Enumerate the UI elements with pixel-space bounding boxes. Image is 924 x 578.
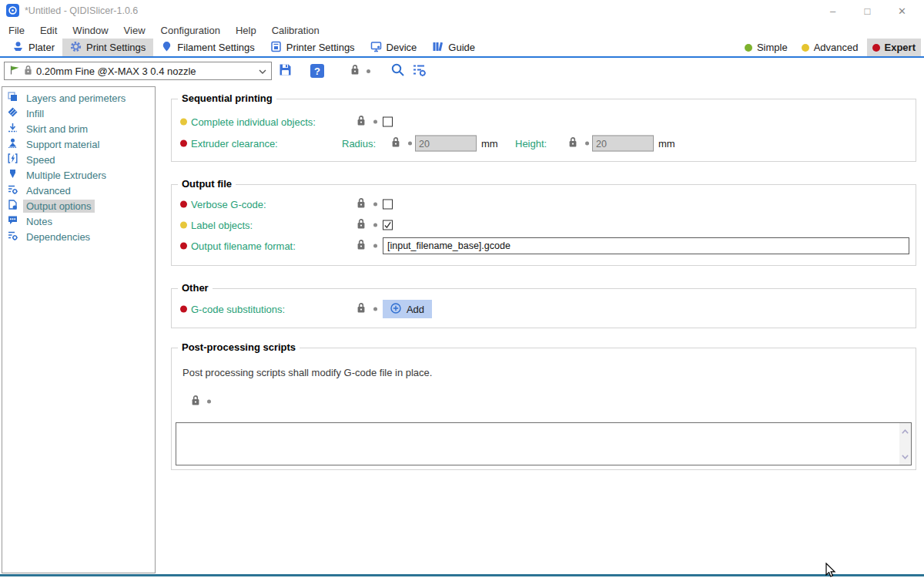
mode-simple[interactable]: Simple — [739, 39, 793, 56]
close-button[interactable]: ✕ — [885, 5, 919, 17]
row-extruder-clearance: Extruder clearance: Radius: mm Height: m… — [172, 135, 916, 152]
radius-input[interactable] — [415, 136, 477, 152]
sidebar-item-dependencies[interactable]: Dependencies — [2, 229, 155, 244]
row-verbose-gcode: Verbose G-code: — [172, 196, 916, 213]
group-output-file: Output file Verbose G-code: Label object… — [171, 184, 916, 266]
lock-icon — [357, 115, 366, 129]
save-preset-button[interactable] — [276, 62, 293, 79]
group-title: Other — [178, 282, 213, 294]
lock-icon — [350, 64, 360, 78]
bullet-icon — [180, 201, 187, 208]
menu-help[interactable]: Help — [233, 23, 259, 38]
sidebar-item-advanced[interactable]: Advanced — [2, 183, 155, 198]
help-icon: ? — [310, 64, 324, 78]
scroll-down-icon[interactable] — [901, 451, 909, 462]
group-title: Sequential printing — [178, 92, 276, 104]
tab-printer-settings[interactable]: Printer Settings — [263, 39, 363, 56]
dot-icon — [373, 120, 377, 124]
chevron-down-icon — [259, 66, 266, 77]
printer-icon — [270, 41, 282, 55]
tab-plater[interactable]: Plater — [5, 39, 62, 56]
preset-dropdown[interactable]: 0.20mm Fine @X-MAX 3 0.4 nozzle — [4, 62, 272, 80]
maximize-button[interactable]: □ — [850, 5, 885, 17]
support-material-icon — [8, 138, 18, 150]
dot-icon — [373, 307, 377, 311]
sidebar-item-output-options[interactable]: Output options — [2, 198, 155, 213]
menu-edit[interactable]: Edit — [38, 23, 59, 38]
menu-configuration[interactable]: Configuration — [159, 23, 223, 38]
app-logo-icon — [6, 4, 19, 17]
dot-icon — [585, 142, 589, 146]
settings-search-button[interactable] — [410, 62, 427, 79]
menu-calibration[interactable]: Calibration — [270, 23, 322, 38]
settings-search-icon — [412, 62, 427, 79]
lock-icon — [357, 197, 366, 211]
title-bar: *Untitled - QIDISlicer-1.0.6 – □ ✕ — [0, 0, 924, 22]
preset-name: 0.20mm Fine @X-MAX 3 0.4 nozzle — [36, 66, 255, 77]
tab-print-settings[interactable]: Print Settings — [62, 39, 153, 56]
device-icon — [370, 41, 382, 55]
menu-file[interactable]: File — [6, 23, 27, 38]
sidebar-item-multiple-extruders[interactable]: Multiple Extruders — [2, 167, 155, 183]
preset-flag-icon — [9, 65, 20, 78]
scrollbar[interactable] — [899, 423, 911, 465]
filament-icon — [161, 41, 172, 55]
guide-icon — [432, 41, 444, 55]
help-button[interactable]: ? — [309, 62, 326, 79]
expert-dot-icon — [872, 44, 880, 52]
window-bottom-edge — [0, 574, 924, 576]
post-processing-scripts-field — [176, 422, 912, 465]
gear-icon — [70, 41, 82, 55]
tab-device[interactable]: Device — [363, 39, 425, 56]
tab-underline — [0, 56, 924, 58]
row-label-objects: Label objects: — [172, 217, 916, 234]
preset-lock-indicator — [346, 62, 374, 79]
group-post-processing: Post-processing scripts Post processing … — [171, 348, 916, 470]
layers-icon — [8, 92, 18, 104]
menu-view[interactable]: View — [122, 23, 148, 38]
tab-filament-settings[interactable]: Filament Settings — [153, 39, 262, 56]
preset-lock-icon — [24, 65, 32, 78]
row-post-processing-description: Post processing scripts shall modify G-c… — [172, 364, 916, 381]
mode-switcher: Simple Advanced Expert — [739, 39, 921, 56]
speed-icon — [8, 153, 18, 166]
extruder-icon — [8, 169, 18, 181]
bullet-icon — [180, 243, 187, 250]
sidebar-item-support[interactable]: Support material — [2, 136, 155, 152]
advanced-dot-icon — [802, 44, 809, 52]
output-options-icon — [8, 200, 18, 212]
complete-individual-objects-checkbox[interactable] — [383, 117, 393, 127]
sidebar-item-infill[interactable]: Infill — [2, 106, 155, 121]
output-filename-format-input[interactable] — [383, 237, 909, 254]
mode-expert[interactable]: Expert — [867, 39, 921, 56]
window-title: *Untitled - QIDISlicer-1.0.6 — [25, 0, 138, 22]
post-processing-scripts-textarea[interactable] — [176, 423, 899, 465]
verbose-gcode-checkbox[interactable] — [383, 200, 393, 210]
bullet-icon — [180, 119, 187, 126]
tab-guide[interactable]: Guide — [424, 39, 483, 56]
height-input[interactable] — [592, 136, 654, 152]
search-icon — [390, 62, 405, 79]
row-output-filename-format: Output filename format: — [172, 237, 916, 254]
dot-icon — [373, 223, 377, 227]
scroll-up-icon[interactable] — [901, 425, 909, 437]
skirt-brim-icon — [8, 123, 18, 135]
menu-window[interactable]: Window — [70, 23, 110, 38]
lock-icon — [568, 136, 578, 150]
sidebar-item-notes[interactable]: Notes — [2, 213, 155, 229]
sidebar-item-layers[interactable]: Layers and perimeters — [2, 90, 155, 106]
dot-icon — [373, 203, 377, 207]
plus-circle-icon — [390, 303, 401, 316]
lock-icon — [357, 239, 366, 253]
plater-icon — [12, 41, 24, 55]
minimize-button[interactable]: – — [815, 5, 850, 17]
sidebar-item-speed[interactable]: Speed — [2, 152, 155, 167]
dot-icon — [373, 244, 377, 248]
search-button[interactable] — [389, 62, 406, 79]
label-objects-checkbox[interactable] — [383, 220, 393, 230]
group-title: Post-processing scripts — [178, 341, 300, 353]
mouse-cursor — [825, 563, 836, 578]
mode-advanced[interactable]: Advanced — [796, 39, 864, 56]
sidebar-item-skirt[interactable]: Skirt and brim — [2, 121, 155, 136]
add-substitution-button[interactable]: Add — [383, 300, 432, 318]
